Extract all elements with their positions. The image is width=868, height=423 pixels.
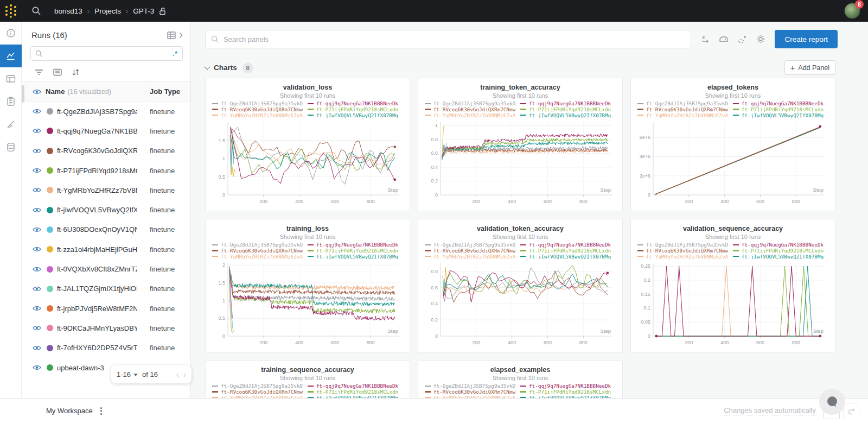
legend-item[interactable]: ft-qqj9q7NuegGa7NK1BBBNeeDk (308, 383, 403, 389)
chart-plot[interactable]: 00.511.5200400600800Step (209, 119, 406, 208)
legend-item[interactable]: ft-RVcog6K30vGoJdiQXRm7CNmw (425, 389, 520, 395)
runs-search-box[interactable]: .* (30, 46, 183, 61)
run-name[interactable]: ft-zza1oi4rbjMaHEjlPGuH (57, 245, 137, 254)
pagination-range[interactable]: 1-16 (117, 370, 131, 378)
chart-panel[interactable]: validation_token_accuracyShowing first 1… (418, 219, 623, 352)
run-row[interactable]: ft-P71ijFPdRiYqd9218sMCLxdnfinetune (22, 161, 190, 180)
rail-item-panels[interactable] (0, 67, 22, 90)
runs-table-expand-button[interactable] (167, 31, 183, 40)
legend-item[interactable]: ft-qqj9q7NuegGa7NK1BBBNeeDk (520, 242, 616, 248)
chart-panel[interactable]: validation_lossShowing first 10 runsft-Q… (205, 78, 410, 211)
run-row[interactable]: ft-zza1oi4rbjMaHEjlPGuHfinetune (22, 239, 190, 259)
run-name[interactable]: ft-QgeZBdJIAj3SB7Spg9a35vkD (57, 108, 137, 116)
legend-item[interactable]: ft-jIwfVOQVL5VBwyQ2IfX07BMg (308, 112, 403, 118)
chart-panel[interactable]: validation_sequence_accuracyShowing firs… (630, 219, 835, 352)
legend-item[interactable]: ft-QgeZBdJIAj3SB7Spg9a35vkD (637, 101, 733, 106)
legend-item[interactable]: ft-jIwfVOQVL5VBwyQ2IfX07BMg (520, 112, 616, 118)
chart-plot[interactable]: 00.20.40.60.81200400600800Step (422, 119, 618, 208)
run-row[interactable]: ft-6U308DOexQnOyV1QNfinetune (22, 220, 190, 239)
legend-item[interactable]: ft-P71ijFPdRiYqd9218sMCLxdn (308, 389, 403, 395)
panel-search-input[interactable] (224, 35, 685, 43)
run-name[interactable]: ft-0VQXbXv8Cft8xZMnrTZ (57, 265, 137, 273)
charts-section-label[interactable]: Charts (214, 64, 237, 72)
legend-item[interactable]: ft-P71ijFPdRiYqd9218sMCLxdn (733, 107, 828, 112)
legend-item[interactable]: ft-qqj9q7NuegGa7NK1BBBNeeDk (520, 383, 616, 389)
legend-item[interactable]: ft-RVcog6K30vGoJdiQXRm7CNmw (212, 107, 308, 112)
legend-item[interactable]: ft-QgeZBdJIAj3SB7Spg9a35vkD (425, 101, 520, 106)
visibility-eye-icon[interactable] (33, 226, 41, 233)
run-name[interactable]: ft-6U308DOexQnOyV1QN (57, 225, 137, 233)
notification-badge[interactable]: 8 (855, 0, 864, 9)
smoothing-button[interactable] (718, 34, 729, 45)
add-panel-button[interactable]: + Add Panel (784, 60, 835, 75)
breadcrumb-project[interactable]: GPT-3 (133, 7, 154, 15)
visibility-eye-icon[interactable] (33, 187, 41, 193)
legend-item[interactable]: ft-QgeZBdJIAj3SB7Spg9a35vkD (212, 101, 308, 106)
runs-search-input[interactable] (46, 50, 173, 58)
legend-item[interactable]: ft-YgMRbYoZHfRZz7bV8NMzEZvA (425, 112, 520, 118)
legend-item[interactable]: ft-jIwfVOQVL5VBwyQ2IfX07BMg (733, 254, 828, 259)
visibility-eye-icon[interactable] (33, 305, 41, 312)
chart-panel[interactable]: training_token_accuracyShowing first 10 … (418, 78, 623, 211)
chart-plot[interactable]: 00.20.40.60.8200400600800Step (422, 260, 618, 349)
chart-panel[interactable]: elapsed_tokensShowing first 10 runsft-Qg… (630, 78, 835, 211)
redo-button[interactable] (843, 403, 859, 419)
run-name[interactable]: ft-9OKCaJHMnYLyasDBYF (57, 324, 137, 332)
rail-item-workspace[interactable] (0, 45, 22, 67)
sort-icon[interactable] (72, 68, 80, 76)
visibility-eye-icon[interactable] (33, 148, 41, 154)
column-header-job-type[interactable]: Job Type (144, 82, 190, 102)
run-name[interactable]: ft-qqj9q7NuegGa7NK1BBBNeeDk (57, 127, 137, 135)
rail-item-overview[interactable] (0, 22, 22, 45)
visibility-eye-icon[interactable] (33, 286, 41, 292)
legend-item[interactable]: ft-P71ijFPdRiYqd9218sMCLxdn (520, 107, 616, 112)
pagination-caret-icon[interactable] (133, 374, 138, 376)
legend-item[interactable]: ft-jIwfVOQVL5VBwyQ2IfX07BMg (733, 112, 828, 118)
run-name[interactable]: ft-P71ijFPdRiYqd9218sMCLxdn (57, 167, 137, 175)
visibility-eye-icon[interactable] (33, 246, 41, 252)
sidebar-collapse-handle[interactable] (22, 85, 24, 103)
workspace-name[interactable]: My Workspace (46, 407, 93, 415)
run-row[interactable]: ft-7ofHXY6D2DP5Z4V5rTvfinetune (22, 338, 190, 358)
global-search-button[interactable] (31, 6, 41, 16)
rail-item-jobs[interactable] (0, 90, 22, 113)
group-icon[interactable] (53, 68, 62, 76)
run-row[interactable]: ft-9OKCaJHMnYLyasDBYFfinetune (22, 318, 190, 338)
legend-item[interactable]: ft-jIwfVOQVL5VBwyQ2IfX07BMg (308, 254, 403, 259)
user-menu[interactable]: 8 (844, 3, 860, 19)
legend-item[interactable]: ft-YgMRbYoZHfRZz7bV8NMzEZvA (212, 254, 308, 259)
legend-item[interactable]: ft-QgeZBdJIAj3SB7Spg9a35vkD (425, 242, 520, 248)
visibility-eye-icon[interactable] (33, 128, 41, 134)
outliers-button[interactable] (737, 34, 748, 45)
legend-item[interactable]: ft-qqj9q7NuegGa7NK1BBBNeeDk (733, 101, 828, 106)
legend-item[interactable]: ft-QgeZBdJIAj3SB7Spg9a35vkD (212, 383, 308, 389)
legend-item[interactable]: ft-QgeZBdJIAj3SB7Spg9a35vkD (637, 242, 733, 248)
run-name[interactable]: ft-YgMRbYoZHfRZz7bV8NMzEZvA (57, 186, 137, 194)
legend-item[interactable]: ft-YgMRbYoZHfRZz7bV8NMzEZvA (637, 112, 733, 118)
run-name[interactable]: ft-jIwfVOQVL5VBwyQ2IfX07BMg (57, 206, 137, 214)
run-row[interactable]: ft-jrpbPJVdj5ReW8tMF2Nfinetune (22, 299, 190, 318)
workspace-menu-icon[interactable] (100, 407, 102, 415)
legend-item[interactable]: ft-RVcog6K30vGoJdiQXRm7CNmw (212, 389, 308, 395)
run-name[interactable]: ft-7ofHXY6D2DP5Z4V5rTv (57, 344, 137, 352)
legend-item[interactable]: ft-jIwfVOQVL5VBwyQ2IfX07BMg (520, 254, 616, 259)
run-name[interactable]: ft-JAL1TQZGjmIX1tjyHiOI (57, 285, 137, 293)
visibility-eye-icon[interactable] (33, 266, 41, 273)
run-row[interactable]: ft-JAL1TQZGjmIX1tjyHiOIfinetune (22, 279, 190, 299)
pagination-prev-button[interactable]: ‹ (176, 370, 179, 379)
legend-item[interactable]: ft-RVcog6K30vGoJdiQXRm7CNmw (212, 248, 308, 254)
legend-item[interactable]: ft-P71ijFPdRiYqd9218sMCLxdn (308, 248, 403, 254)
legend-item[interactable]: ft-YgMRbYoZHfRZz7bV8NMzEZvA (425, 254, 520, 259)
breadcrumb-projects[interactable]: Projects (94, 7, 121, 15)
visibility-all-eye-icon[interactable] (33, 89, 41, 95)
column-header-name[interactable]: Name (46, 87, 65, 96)
visibility-eye-icon[interactable] (33, 167, 41, 174)
legend-item[interactable]: ft-P71ijFPdRiYqd9218sMCLxdn (733, 248, 828, 254)
run-row[interactable]: ft-YgMRbYoZHfRZz7bV8NMzEZvAfinetune (22, 180, 190, 200)
visibility-eye-icon[interactable] (33, 345, 41, 351)
rail-item-artifacts[interactable] (0, 136, 22, 159)
visibility-eye-icon[interactable] (33, 108, 41, 115)
visibility-eye-icon[interactable] (33, 364, 41, 371)
run-name[interactable]: ft-RVcog6K30vGoJdiQXRm7CNmw (57, 147, 137, 155)
legend-item[interactable]: ft-qqj9q7NuegGa7NK1BBBNeeDk (733, 242, 828, 248)
